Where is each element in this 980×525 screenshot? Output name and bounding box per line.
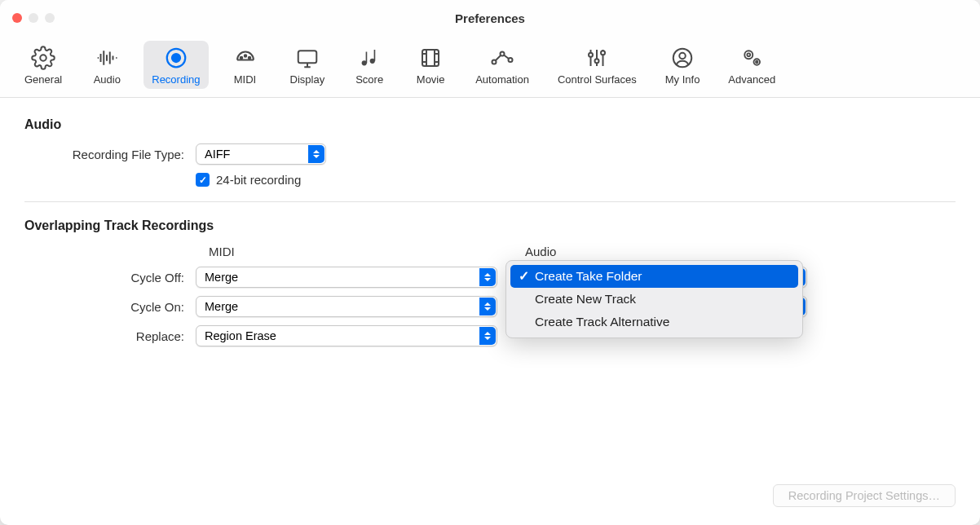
dropdown-option-create-track-alternative[interactable]: Create Track Alternative [510,311,798,333]
tab-label: Audio [94,73,121,86]
tab-label: Control Surfaces [558,73,637,86]
svg-point-5 [248,57,250,60]
replace-midi-select[interactable]: Region Erase [196,325,497,346]
tab-display[interactable]: Display [282,41,333,89]
tab-advanced[interactable]: Advanced [720,41,784,89]
svg-point-13 [501,52,505,56]
svg-point-20 [745,51,753,59]
tab-label: Automation [475,73,529,86]
svg-rect-11 [422,50,439,66]
tab-label: General [24,73,62,86]
svg-point-17 [601,51,605,55]
monitor-icon [294,44,321,72]
svg-point-3 [240,57,242,60]
chevron-updown-icon [479,268,496,286]
waveform-icon [93,44,121,72]
cycle-off-row: Cycle Off: Merge [24,267,956,288]
cycle-off-midi-select[interactable]: Merge [196,267,497,288]
tab-label: MIDI [234,73,256,86]
dropdown-option-create-new-track[interactable]: Create New Track [510,288,798,311]
svg-point-21 [748,53,751,56]
svg-point-19 [679,53,686,60]
sliders-icon [583,44,611,72]
cycle-on-label: Cycle On: [24,300,196,314]
chevron-updown-icon [479,298,496,315]
svg-point-0 [40,55,46,61]
automation-icon [488,44,516,72]
section-audio-title: Audio [24,117,956,132]
svg-point-12 [492,60,497,64]
section-overlapping-title: Overlapping Track Recordings [24,218,956,233]
svg-point-22 [754,59,761,65]
tab-automation[interactable]: Automation [467,41,537,89]
file-type-select[interactable]: AIFF [196,143,326,165]
svg-point-15 [589,53,593,57]
replace-row: Replace: Region Erase [24,325,956,346]
tab-midi[interactable]: MIDI [221,41,270,89]
chevron-updown-icon [308,145,324,163]
bit-depth-label: 24-bit recording [216,173,301,187]
select-value: Merge [205,300,238,313]
svg-rect-10 [374,50,376,61]
tab-movie[interactable]: Movie [406,41,455,89]
tab-general[interactable]: General [16,41,70,89]
file-type-value: AIFF [205,148,230,161]
file-type-row: Recording File Type: AIFF [24,143,956,165]
tab-recording[interactable]: Recording [143,41,208,89]
tab-label: My Info [665,73,700,86]
svg-point-14 [509,58,513,62]
cycle-off-label: Cycle Off: [24,271,196,285]
record-icon [162,44,190,72]
tab-label: Movie [417,73,445,86]
tab-control-surfaces[interactable]: Control Surfaces [550,41,645,89]
bit-depth-row: ✓ 24-bit recording [196,173,956,187]
tab-label: Score [355,73,383,86]
bit-depth-checkbox[interactable]: ✓ [196,173,210,187]
midi-icon [232,44,259,72]
cycle-on-midi-select[interactable]: Merge [196,296,497,317]
preferences-window: Preferences General Audio Recording MID [0,0,980,525]
tab-label: Advanced [728,73,775,86]
chevron-updown-icon [479,327,496,345]
music-notes-icon [355,44,383,72]
tab-my-info[interactable]: My Info [657,41,709,89]
tab-label: Display [290,73,325,86]
svg-point-23 [756,61,758,64]
svg-rect-9 [366,52,368,64]
tab-audio[interactable]: Audio [82,41,131,89]
gears-icon [738,44,766,72]
replace-label: Replace: [24,329,196,343]
dropdown-option-create-take-folder[interactable]: Create Take Folder [510,265,798,288]
film-icon [417,44,444,72]
svg-point-2 [172,54,180,62]
file-type-label: Recording File Type: [24,148,196,161]
column-header-midi: MIDI [209,245,525,258]
divider [24,201,956,202]
content-area: Audio Recording File Type: AIFF ✓ 24-bit… [0,98,980,374]
titlebar: Preferences [0,0,980,36]
tab-score[interactable]: Score [345,41,394,89]
window-title: Preferences [0,11,980,25]
svg-point-4 [244,55,246,57]
recording-project-settings-button: Recording Project Settings… [773,484,956,507]
svg-rect-6 [298,51,317,63]
column-headers: MIDI Audio [24,245,956,258]
cycle-on-row: Cycle On: Merge [24,296,956,317]
audio-cycle-off-dropdown: Create Take Folder Create New Track Crea… [505,260,803,338]
column-header-audio: Audio [525,245,556,258]
user-circle-icon [669,44,696,72]
svg-point-16 [595,59,599,63]
select-value: Region Erase [205,329,276,342]
tab-label: Recording [152,73,200,86]
select-value: Merge [205,271,238,284]
gear-icon [29,44,57,72]
toolbar: General Audio Recording MIDI Display [0,36,980,98]
